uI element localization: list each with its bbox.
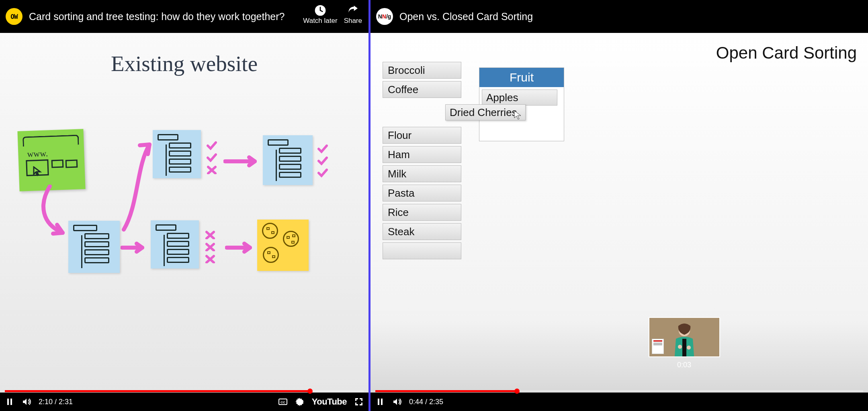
- watch-later-label: Watch later: [303, 17, 337, 25]
- volume-icon[interactable]: [392, 397, 402, 407]
- video-title: Open vs. Closed Card Sorting: [399, 11, 533, 22]
- arrow-icon: [223, 155, 262, 167]
- blue-sticky-tree: [151, 220, 199, 269]
- video-frame-right[interactable]: Open Card Sorting Broccoli Coffee Flour …: [371, 33, 868, 393]
- card-item: Rice: [383, 204, 461, 221]
- svg-text:CC: CC: [280, 401, 285, 404]
- card-item: Flour: [383, 127, 461, 144]
- channel-avatar[interactable]: NN/g: [376, 8, 393, 25]
- settings-icon[interactable]: [295, 397, 305, 407]
- green-box: [51, 159, 64, 168]
- card-item: Steak: [383, 223, 461, 240]
- slide-title: Open Card Sorting: [716, 43, 857, 63]
- arrow-icon: [121, 242, 149, 254]
- cursor-icon: [33, 166, 43, 177]
- video-pane-left: OW Card sorting and tree testing: how do…: [0, 0, 368, 411]
- youtube-logo[interactable]: YouTube: [312, 397, 347, 407]
- progress-bar[interactable]: [5, 390, 364, 392]
- card-item: Milk: [383, 165, 461, 182]
- yellow-sticky-cookies: [257, 220, 309, 271]
- arrow-icon: [121, 137, 156, 234]
- video-frame-left[interactable]: Existing website: [0, 33, 368, 393]
- card-item: Broccoli: [383, 62, 461, 79]
- progress-bar[interactable]: [375, 390, 863, 392]
- fullscreen-icon[interactable]: [354, 397, 364, 407]
- share-icon: [346, 4, 359, 17]
- share-button[interactable]: Share: [344, 4, 362, 25]
- green-box: [66, 159, 78, 168]
- svg-point-7: [687, 346, 691, 350]
- blue-sticky-tree: [263, 135, 313, 185]
- card-column: Broccoli Coffee Flour Ham Milk Pasta Ric…: [383, 62, 461, 259]
- card-item: Apples: [482, 90, 557, 106]
- card-item: Ham: [383, 146, 461, 163]
- channel-avatar[interactable]: OW: [6, 8, 23, 25]
- seek-thumbnail: [649, 317, 720, 357]
- category-header: Fruit: [479, 68, 564, 87]
- share-label: Share: [344, 17, 362, 25]
- x-marks: [205, 230, 215, 263]
- pause-icon[interactable]: [375, 397, 385, 407]
- watch-later-button[interactable]: Watch later: [303, 4, 337, 25]
- check-marks: [317, 144, 328, 177]
- card-item: .: [383, 242, 461, 259]
- player-controls-right: 0:44 / 2:35: [371, 393, 868, 411]
- check-marks: [207, 141, 217, 174]
- time-display: 2:10 / 2:31: [39, 398, 73, 406]
- video-header-right: NN/g Open vs. Closed Card Sorting: [371, 0, 868, 33]
- player-controls-left: 2:10 / 2:31 CC YouTube: [0, 393, 368, 411]
- card-item: Pasta: [383, 185, 461, 201]
- card-item: Coffee: [383, 81, 461, 98]
- svg-rect-5: [682, 339, 686, 357]
- presenter-icon: [670, 323, 698, 357]
- captions-icon[interactable]: CC: [278, 397, 288, 407]
- video-header-left: OW Card sorting and tree testing: how do…: [0, 0, 368, 33]
- volume-icon[interactable]: [22, 397, 31, 407]
- seek-preview-time: 0:03: [677, 361, 691, 369]
- time-display: 0:44 / 2:35: [409, 398, 443, 406]
- blue-sticky-tree: [68, 221, 120, 273]
- clock-icon: [314, 4, 327, 17]
- blue-sticky-tree: [153, 130, 201, 178]
- pause-icon[interactable]: [5, 397, 14, 407]
- arrow-icon: [225, 242, 257, 254]
- video-pane-right: NN/g Open vs. Closed Card Sorting Open C…: [371, 0, 868, 411]
- video-title: Card sorting and tree testing: how do th…: [29, 11, 285, 22]
- cursor-icon: [514, 110, 523, 120]
- slide-title: Existing website: [0, 51, 368, 76]
- svg-point-6: [678, 345, 682, 349]
